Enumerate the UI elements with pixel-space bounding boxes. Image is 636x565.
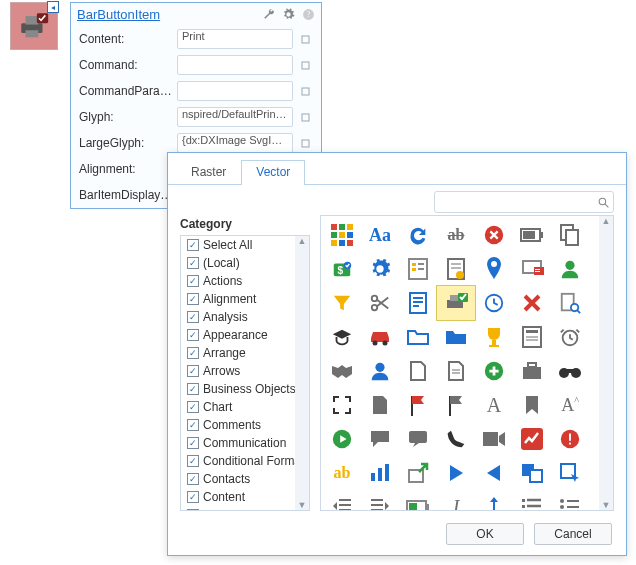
ab-icon[interactable]: ab [323,456,361,490]
reset-marker-icon[interactable] [297,31,313,47]
printer-check-icon[interactable] [437,286,475,320]
invoice-icon[interactable] [437,252,475,286]
window-icon[interactable] [513,456,551,490]
bullets-icon[interactable] [551,490,589,511]
panel-title[interactable]: BarButtonItem [77,7,255,22]
reset-marker-icon[interactable] [297,135,313,151]
speech-icon[interactable] [399,422,437,456]
checkbox-icon[interactable]: ✓ [187,509,199,511]
grid-3x3-icon[interactable] [323,218,361,252]
checkbox-icon[interactable]: ✓ [187,329,199,341]
form-icon[interactable] [513,320,551,354]
car-icon[interactable] [361,320,399,354]
text-aa-icon[interactable]: Aa [361,218,399,252]
clock-icon[interactable] [475,286,513,320]
alarm-icon[interactable] [551,320,589,354]
user-icon[interactable] [551,252,589,286]
category-item[interactable]: ✓Analysis [181,308,309,326]
ok-button[interactable]: OK [446,523,524,545]
trend-red-icon[interactable] [513,422,551,456]
scissors-icon[interactable] [361,286,399,320]
article-icon[interactable] [399,286,437,320]
category-list[interactable]: ✓Select All✓(Local)✓Actions✓Alignment✓An… [180,235,310,511]
prop-value[interactable]: Print [177,29,293,49]
checkbox-icon[interactable]: ✓ [187,275,199,287]
flag-gray-icon[interactable] [437,388,475,422]
binoculars-icon[interactable] [551,354,589,388]
resize-v-icon[interactable] [475,490,513,511]
checkbox-icon[interactable]: ✓ [187,401,199,413]
checkbox-icon[interactable]: ✓ [187,347,199,359]
fullscreen-icon[interactable] [323,388,361,422]
category-item[interactable]: ✓Content [181,488,309,506]
reset-marker-icon[interactable] [297,83,313,99]
error-icon[interactable] [475,218,513,252]
funnel-icon[interactable] [323,286,361,320]
toolbox-swatch[interactable]: ◂ [10,2,58,50]
battery-icon[interactable] [513,218,551,252]
tab-vector[interactable]: Vector [241,160,305,185]
search-input[interactable] [434,191,614,213]
a-caret-icon[interactable]: A^ [551,388,589,422]
checklist-icon[interactable] [399,252,437,286]
checkbox-icon[interactable]: ✓ [187,473,199,485]
italic-icon[interactable]: I [437,490,475,511]
checkbox-icon[interactable]: ✓ [187,257,199,269]
checkbox-icon[interactable]: ✓ [187,311,199,323]
close-red-icon[interactable] [513,286,551,320]
dollar-icon[interactable]: $ [323,252,361,286]
category-item[interactable]: ✓Communication [181,434,309,452]
prop-value[interactable]: {dx:DXImage SvgImages/O … [177,133,293,153]
checkbox-icon[interactable]: ✓ [187,383,199,395]
folder-icon[interactable] [399,320,437,354]
checkbox-icon[interactable]: ✓ [187,239,199,251]
prop-value[interactable] [177,55,293,75]
export-icon[interactable] [399,456,437,490]
category-item[interactable]: ✓Comments [181,416,309,434]
category-item[interactable]: ✓Actions [181,272,309,290]
category-scrollbar[interactable]: ▲▼ [295,236,309,510]
select-icon[interactable] [551,456,589,490]
cart-icon[interactable] [513,252,551,286]
chat-icon[interactable] [361,422,399,456]
reset-marker-icon[interactable] [297,109,313,125]
gear-icon[interactable] [361,252,399,286]
help-icon[interactable]: ? [301,8,315,22]
cancel-button[interactable]: Cancel [534,523,612,545]
category-item[interactable]: ✓Dashboards [181,506,309,511]
wrench-icon[interactable] [261,8,275,22]
indent-r-icon[interactable] [361,490,399,511]
category-item[interactable]: ✓(Local) [181,254,309,272]
category-item[interactable]: ✓Chart [181,398,309,416]
checkbox-icon[interactable]: ✓ [187,293,199,305]
trophy-icon[interactable] [475,320,513,354]
doc-search-icon[interactable] [551,286,589,320]
play-circle-icon[interactable] [323,422,361,456]
handshake-icon[interactable] [323,354,361,388]
checkbox-icon[interactable]: ✓ [187,419,199,431]
page-line-icon[interactable] [437,354,475,388]
copy-icon[interactable] [551,218,589,252]
play-left-icon[interactable] [475,456,513,490]
doc-bold-icon[interactable] [361,388,399,422]
phone-icon[interactable] [437,422,475,456]
category-item[interactable]: ✓Appearance [181,326,309,344]
category-item[interactable]: ✓Alignment [181,290,309,308]
gear-icon[interactable] [281,8,295,22]
reset-marker-icon[interactable] [297,57,313,73]
play-blue-icon[interactable] [437,456,475,490]
strike-ab-icon[interactable]: ab [437,218,475,252]
checkbox-icon[interactable]: ✓ [187,455,199,467]
category-item[interactable]: ✓Arrows [181,362,309,380]
briefcase-icon[interactable] [513,354,551,388]
category-item[interactable]: ✓Arrange [181,344,309,362]
checkbox-icon[interactable]: ✓ [187,365,199,377]
grad-icon[interactable] [323,320,361,354]
icon-grid[interactable]: Aaab$AA^abI123123 ▲▼ [320,215,614,511]
plus-circle-icon[interactable] [475,354,513,388]
page-icon[interactable] [399,354,437,388]
icon-grid-scrollbar[interactable]: ▲▼ [599,216,613,510]
prop-value[interactable] [177,81,293,101]
refresh-icon[interactable] [399,218,437,252]
warning-icon[interactable] [551,422,589,456]
